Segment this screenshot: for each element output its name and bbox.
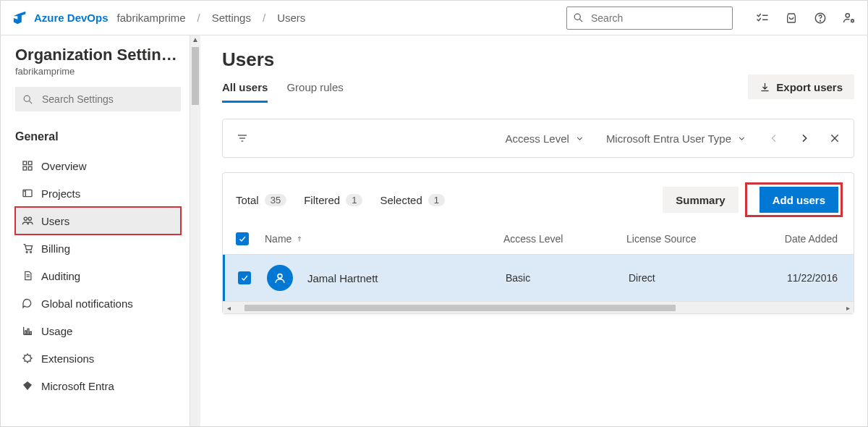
table-row[interactable]: Jamal Hartnett Basic Direct 11/22/2016 bbox=[223, 255, 854, 301]
svg-point-5 bbox=[820, 20, 821, 21]
stat-filtered: Filtered 1 bbox=[304, 194, 362, 206]
brand-label[interactable]: Azure DevOps bbox=[34, 12, 109, 24]
users-card: Total 35 Filtered 1 Selected 1 Summary A… bbox=[222, 172, 854, 314]
column-header-name[interactable]: Name bbox=[265, 233, 503, 245]
filter-access-level[interactable]: Access Level bbox=[506, 132, 584, 145]
svg-point-7 bbox=[851, 20, 854, 22]
svg-point-16 bbox=[24, 191, 25, 192]
breadcrumb-settings[interactable]: Settings bbox=[212, 12, 251, 24]
sidebar-item-label: Overview bbox=[41, 160, 87, 172]
svg-point-18 bbox=[28, 217, 31, 220]
sidebar-item-usage[interactable]: Usage bbox=[15, 317, 181, 344]
top-bar: Azure DevOps fabrikamprime / Settings / … bbox=[1, 1, 867, 35]
svg-rect-24 bbox=[27, 329, 29, 334]
stat-total-value: 35 bbox=[265, 194, 286, 206]
task-list-icon[interactable] bbox=[756, 12, 769, 25]
stat-total: Total 35 bbox=[236, 194, 286, 206]
svg-point-6 bbox=[846, 13, 849, 17]
filter-icon[interactable] bbox=[236, 132, 249, 144]
svg-point-8 bbox=[24, 96, 30, 101]
users-icon bbox=[21, 214, 34, 227]
global-search-input[interactable] bbox=[590, 12, 726, 25]
filter-entra-user-type[interactable]: Microsoft Entra User Type bbox=[606, 132, 746, 145]
row-checkbox[interactable] bbox=[238, 271, 251, 284]
sidebar-item-label: Global notifications bbox=[41, 297, 133, 310]
stat-filtered-value: 1 bbox=[346, 194, 362, 206]
settings-search-input[interactable] bbox=[41, 93, 174, 106]
user-access-level: Basic bbox=[506, 272, 629, 284]
sidebar-scrollbar[interactable]: ▲ bbox=[190, 35, 200, 426]
search-icon bbox=[573, 12, 584, 23]
entra-icon bbox=[21, 379, 34, 392]
sidebar-item-label: Auditing bbox=[41, 270, 80, 282]
sidebar-item-overview[interactable]: Overview bbox=[15, 152, 181, 179]
breadcrumb-separator: / bbox=[197, 12, 200, 24]
stat-selected: Selected 1 bbox=[380, 194, 445, 206]
tab-all-users[interactable]: All users bbox=[222, 81, 268, 103]
add-users-button[interactable]: Add users bbox=[760, 187, 838, 213]
grid-icon bbox=[21, 159, 34, 172]
column-header-source[interactable]: License Source bbox=[626, 233, 749, 245]
sidebar-item-label: Projects bbox=[41, 187, 80, 200]
sidebar-item-microsoft-entra[interactable]: Microsoft Entra bbox=[15, 372, 181, 399]
summary-button[interactable]: Summary bbox=[663, 187, 738, 213]
chat-icon bbox=[21, 297, 34, 310]
sidebar-section-general: General bbox=[15, 130, 181, 143]
svg-point-20 bbox=[30, 251, 31, 253]
user-avatar bbox=[267, 265, 293, 291]
sidebar-item-users[interactable]: Users bbox=[15, 207, 181, 234]
chevron-down-icon bbox=[737, 134, 746, 143]
svg-rect-12 bbox=[23, 166, 27, 170]
breadcrumb-org[interactable]: fabrikamprime bbox=[117, 12, 186, 24]
breadcrumb-users[interactable]: Users bbox=[277, 12, 305, 24]
sidebar-item-label: Users bbox=[41, 215, 69, 227]
scrollbar-thumb[interactable] bbox=[192, 47, 199, 105]
sidebar-item-auditing[interactable]: Auditing bbox=[15, 262, 181, 289]
org-name: fabrikamprime bbox=[15, 66, 181, 77]
sidebar-item-label: Microsoft Entra bbox=[41, 380, 114, 392]
svg-rect-23 bbox=[25, 331, 27, 334]
cart-icon bbox=[21, 242, 34, 255]
sidebar-item-global-notifications[interactable]: Global notifications bbox=[15, 289, 181, 317]
sidebar: Organization Settin… fabrikamprime Gener… bbox=[1, 35, 190, 426]
sidebar-item-billing[interactable]: Billing bbox=[15, 234, 181, 262]
user-settings-icon[interactable] bbox=[843, 12, 856, 25]
prev-page-icon[interactable] bbox=[768, 132, 780, 144]
download-icon bbox=[760, 82, 770, 93]
table-horizontal-scrollbar[interactable]: ◂ ▸ bbox=[223, 301, 854, 313]
search-icon bbox=[22, 94, 33, 105]
help-icon[interactable] bbox=[814, 12, 827, 25]
sort-asc-icon bbox=[296, 234, 303, 243]
main-content: Users All users Group rules Export users… bbox=[200, 35, 867, 426]
sidebar-item-projects[interactable]: Projects bbox=[15, 179, 181, 207]
select-all-checkbox[interactable] bbox=[236, 232, 249, 245]
tabs: All users Group rules bbox=[222, 81, 344, 103]
sidebar-item-label: Billing bbox=[41, 242, 70, 255]
projects-icon bbox=[21, 187, 34, 200]
chevron-down-icon bbox=[575, 134, 584, 143]
sidebar-item-label: Usage bbox=[41, 325, 72, 337]
svg-rect-10 bbox=[23, 161, 27, 165]
close-filter-icon[interactable] bbox=[829, 132, 841, 144]
column-header-access[interactable]: Access Level bbox=[503, 233, 626, 245]
svg-point-31 bbox=[278, 274, 282, 279]
user-license-source: Direct bbox=[629, 272, 752, 284]
svg-line-9 bbox=[29, 101, 32, 103]
sidebar-item-extensions[interactable]: Extensions bbox=[15, 344, 181, 372]
global-search[interactable] bbox=[566, 7, 733, 30]
next-page-icon[interactable] bbox=[799, 132, 810, 144]
scrollbar-thumb[interactable] bbox=[244, 305, 676, 311]
stat-selected-value: 1 bbox=[428, 194, 445, 206]
tab-group-rules[interactable]: Group rules bbox=[286, 81, 343, 103]
page-title: Users bbox=[222, 48, 344, 71]
puzzle-icon bbox=[21, 352, 34, 365]
marketplace-icon[interactable] bbox=[785, 12, 798, 25]
user-date-added: 11/22/2016 bbox=[752, 272, 841, 284]
svg-rect-13 bbox=[28, 166, 32, 170]
org-settings-title: Organization Settin… bbox=[15, 46, 181, 64]
document-icon bbox=[21, 269, 34, 282]
svg-line-1 bbox=[579, 19, 582, 22]
settings-search[interactable] bbox=[15, 87, 181, 111]
export-users-button[interactable]: Export users bbox=[748, 75, 854, 99]
column-header-date[interactable]: Date Added bbox=[749, 233, 841, 245]
